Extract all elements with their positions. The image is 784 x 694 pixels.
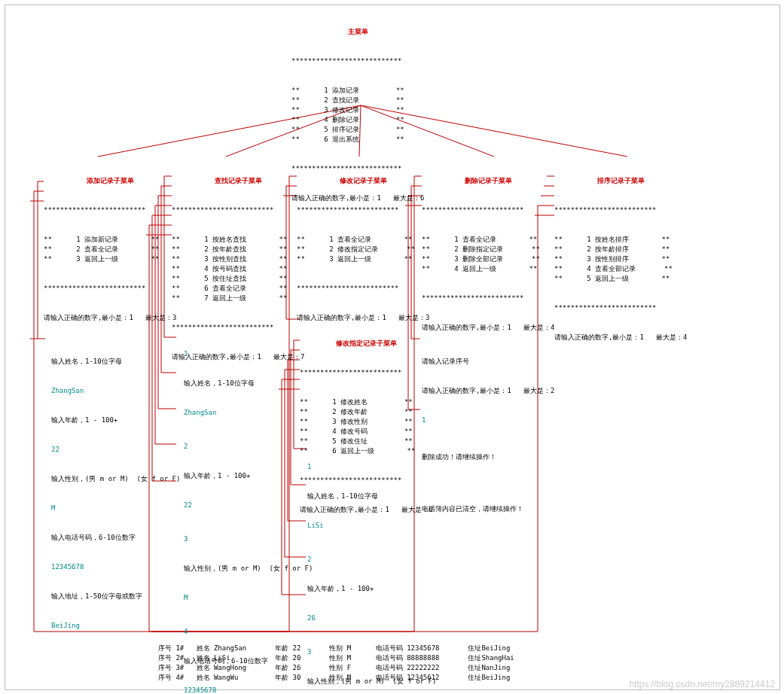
add-submenu-prompt: 请输入正确的数字,最小是：1 最大是：3 [44, 313, 177, 323]
menu-item: ** 3 按性别查找 ** [172, 254, 305, 264]
menu-item: ** 2 查找记录 ** [291, 96, 425, 105]
menu-item: ** 4 删除记录 ** [291, 115, 425, 125]
add-input-dialog: 输入姓名，1-10位字母 ZhangSan 输入年龄，1 - 100+ 22 输… [51, 337, 180, 641]
menu-item: ** 6 查看全记录 ** [172, 284, 305, 294]
add-name-value: ZhangSan [51, 386, 180, 396]
menu-item: ** 1 修改姓名 ** [300, 397, 433, 407]
add-addr-prompt: 输入地址，1-50位字母或数字 [51, 592, 180, 601]
menu-item: ** 2 查看全记录 ** [44, 245, 177, 254]
menu-item: ** 4 按号码查找 ** [172, 264, 305, 274]
add-sex-value: M [51, 504, 180, 513]
table-row: 序号 1# 姓名 ZhangSan 年龄 22 性别 M 电话号码 123456… [158, 644, 514, 653]
table-row: 序号 3# 姓名 WangHong 年龄 26 性别 F 电话号码 222222… [158, 663, 514, 673]
records-table: 序号 1# 姓名 ZhangSan 年龄 22 性别 M 电话号码 123456… [158, 644, 514, 683]
menu-item: ** 7 返回上一级 ** [172, 294, 305, 303]
delete-submenu-title: 删除记录子菜单 [465, 177, 512, 184]
menu-item: ** 4 查看全部记录 ** [554, 264, 688, 274]
table-row: 序号 4# 姓名 WangWu 年龄 30 性别 M 电话号码 12345612… [158, 673, 514, 683]
add-submenu-title: 添加记录子菜单 [87, 177, 134, 184]
add-sex-prompt: 输入性别，(男 m or M) (女 f or F) [51, 474, 180, 484]
menu-item: ** 1 按姓名排序 ** [554, 235, 688, 245]
menu-item: ** 3 按性别排序 ** [554, 254, 688, 264]
add-addr-value: BeiJing [51, 621, 180, 631]
menu-item: ** 2 修改年龄 ** [300, 407, 433, 417]
delete-submenu-prompt: 请输入正确的数字,最小是：1 最大是：4 [422, 323, 555, 333]
menu-item: ** 4 修改号码 ** [300, 427, 433, 437]
menu-item: ** 1 查看全记录 ** [297, 235, 430, 245]
menu-item: ** 1 按姓名查找 ** [172, 235, 305, 245]
menu-item: ** 3 修改性别 ** [300, 417, 433, 427]
menu-item: ** 5 按住址查找 ** [172, 274, 305, 284]
delete-message-block: 请输入记录序号 请输入正确的数字,最小是：1 最大是：2 1 删除成功！请继续操… [422, 337, 555, 524]
find-input-dialog: 1 输入姓名，1-10位字母 ZhangSan 2 输入年龄，1 - 100+ … [184, 330, 313, 694]
menu-item: ** 6 退出系统 ** [291, 135, 425, 145]
sort-submenu-title: 排序记录子菜单 [597, 177, 645, 184]
modify-detail-title: 修改指定记录子菜单 [336, 339, 397, 347]
menu-item: ** 1 添加新记录 ** [44, 235, 177, 245]
table-row: 序号 2# 姓名 LiSi 年龄 20 性别 M 电话号码 88888888 住… [158, 653, 514, 663]
menu-item: ** 5 排序记录 ** [291, 125, 425, 135]
add-name-prompt: 输入姓名，1-10位字母 [51, 357, 180, 367]
menu-item: ** 5 返回上一级 ** [554, 274, 688, 284]
add-tel-prompt: 输入电话号码，6-10位数字 [51, 533, 180, 543]
menu-item: ** 2 按年龄查找 ** [172, 245, 305, 254]
menu-item: ** 4 返回上一级 ** [422, 264, 555, 274]
add-submenu: 添加记录子菜单 ************************* ** 1 添… [44, 157, 177, 333]
main-menu-title: 主菜单 [348, 28, 368, 35]
add-age-prompt: 输入年龄，1 - 100+ [51, 415, 180, 425]
sort-submenu: 排序记录子菜单 ************************* ** 1 按… [554, 157, 688, 352]
menu-item: ** 2 删除指定记录 ** [422, 245, 555, 254]
add-age-value: 22 [51, 445, 180, 455]
menu-item: ** 1 添加记录 ** [291, 86, 425, 96]
find-submenu-title: 查找记录子菜单 [215, 177, 262, 184]
menu-item: ** 2 修改指定记录 ** [297, 245, 430, 254]
delete-submenu: 删除记录子菜单 ************************* ** 1 查… [422, 157, 555, 342]
sort-submenu-prompt: 请输入正确的数字,最小是：1 最大是：4 [554, 333, 688, 342]
menu-item: ** 3 返回上一级 ** [297, 254, 430, 264]
menu-item: ** 3 返回上一级 ** [44, 254, 177, 264]
menu-item: ** 3 修改记录 ** [291, 105, 425, 115]
add-tel-value: 12345678 [51, 562, 180, 572]
watermark-text: https://blog.csdn.net/my2889214412 [630, 679, 775, 689]
menu-item: ** 3 删除全部记录 ** [422, 254, 555, 264]
modify-submenu-title: 修改记录子菜单 [340, 177, 387, 184]
menu-item: ** 1 查看全记录 ** [422, 235, 555, 245]
modify-submenu: 修改记录子菜单 ************************* ** 1 查… [297, 157, 430, 333]
menu-item: ** 2 按年龄排序 ** [554, 245, 688, 254]
